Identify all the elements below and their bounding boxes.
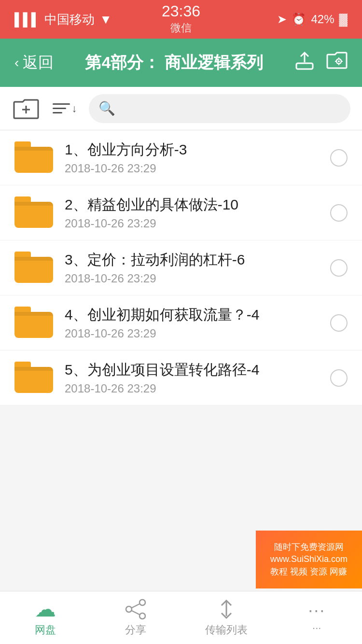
back-chevron-icon: ‹ bbox=[14, 55, 19, 70]
cloud-icon: ☁ bbox=[35, 599, 56, 620]
tab-transfer-label: 传输列表 bbox=[205, 623, 248, 637]
tab-more[interactable]: ··· ··· bbox=[272, 591, 362, 644]
battery-label: 42% bbox=[311, 13, 334, 26]
more-icon: ··· bbox=[308, 602, 325, 619]
folder-icon bbox=[14, 141, 53, 174]
sort-arrow-icon: ↓ bbox=[72, 102, 77, 115]
folder-icon bbox=[14, 196, 53, 229]
transfer-icon bbox=[216, 599, 237, 620]
file-date: 2018-10-26 23:29 bbox=[65, 327, 322, 340]
nav-bar: ‹ 返回 第4部分： 商业逻辑系列 bbox=[0, 39, 362, 87]
svg-point-10 bbox=[139, 600, 145, 605]
folder-settings-icon bbox=[326, 51, 348, 71]
file-info: 4、创业初期如何获取流量？-4 2018-10-26 23:29 bbox=[65, 305, 322, 340]
upload-button[interactable] bbox=[294, 51, 315, 75]
file-info: 3、定价：拉动利润的杠杆-6 2018-10-26 23:29 bbox=[65, 250, 322, 285]
file-select-circle[interactable] bbox=[330, 259, 348, 277]
file-name: 5、为创业项目设置转化路径-4 bbox=[65, 360, 322, 379]
file-item-2[interactable]: 2、精益创业的具体做法-10 2018-10-26 23:29 bbox=[0, 185, 362, 240]
status-bar: ▌▌▌ 中国移动 ▼ 23:36 微信 ➤ ⏰ 42% ▓ bbox=[0, 0, 362, 39]
file-name: 3、定价：拉动利润的杠杆-6 bbox=[65, 250, 322, 269]
content-area: 1、创业方向分析-3 2018-10-26 23:29 2、精益创业的具体做法-… bbox=[0, 130, 362, 463]
search-icon: 🔍 bbox=[98, 100, 115, 116]
sort-button[interactable]: ↓ bbox=[50, 94, 79, 123]
file-select-circle[interactable] bbox=[330, 369, 348, 387]
status-right: ➤ ⏰ 42% ▓ bbox=[277, 13, 348, 26]
svg-point-3 bbox=[338, 60, 340, 62]
upload-icon bbox=[294, 51, 315, 71]
watermark-line2: www.SuiShiXia.com bbox=[270, 553, 348, 565]
sort-lines-icon bbox=[53, 103, 70, 113]
watermark-text: 随时下免费资源网 www.SuiShiXia.com 教程 视频 资源 网赚 bbox=[270, 541, 348, 578]
battery-icon: ▓ bbox=[339, 13, 348, 26]
watermark-line1: 随时下免费资源网 bbox=[270, 541, 348, 553]
tab-transfer[interactable]: 传输列表 bbox=[181, 591, 272, 644]
folder-icon bbox=[14, 307, 53, 339]
nav-actions bbox=[294, 51, 348, 75]
svg-line-14 bbox=[132, 611, 139, 615]
file-date: 2018-10-26 23:29 bbox=[65, 217, 322, 230]
status-left: ▌▌▌ 中国移动 ▼ bbox=[14, 11, 112, 28]
bottom-tabs: ☁ 网盘 分享 传输列表 ··· ··· bbox=[0, 591, 362, 644]
carrier-label: 中国移动 bbox=[44, 11, 95, 28]
file-item-1[interactable]: 1、创业方向分析-3 2018-10-26 23:29 bbox=[0, 130, 362, 185]
new-folder-icon bbox=[13, 97, 39, 120]
tab-netdisk[interactable]: ☁ 网盘 bbox=[0, 591, 91, 644]
file-name: 4、创业初期如何获取流量？-4 bbox=[65, 305, 322, 324]
svg-point-11 bbox=[126, 606, 132, 612]
file-select-circle[interactable] bbox=[330, 149, 348, 167]
file-date: 2018-10-26 23:29 bbox=[65, 272, 322, 285]
file-info: 2、精益创业的具体做法-10 2018-10-26 23:29 bbox=[65, 195, 322, 230]
svg-line-13 bbox=[132, 604, 139, 608]
folder-icon bbox=[14, 252, 53, 284]
file-list: 1、创业方向分析-3 2018-10-26 23:29 2、精益创业的具体做法-… bbox=[0, 130, 362, 406]
folder-action-button[interactable] bbox=[326, 51, 348, 75]
back-button[interactable]: ‹ 返回 bbox=[14, 52, 54, 73]
wifi-icon: ▼ bbox=[99, 12, 112, 27]
location-icon: ➤ bbox=[277, 13, 287, 26]
file-date: 2018-10-26 23:29 bbox=[65, 162, 322, 175]
search-bar[interactable]: 🔍 bbox=[89, 94, 350, 123]
file-item-3[interactable]: 3、定价：拉动利润的杠杆-6 2018-10-26 23:29 bbox=[0, 240, 362, 295]
file-name: 1、创业方向分析-3 bbox=[65, 140, 322, 159]
page-title: 第4部分： 商业逻辑系列 bbox=[63, 52, 285, 74]
signal-icon: ▌▌▌ bbox=[14, 12, 40, 27]
share-icon bbox=[125, 599, 146, 620]
file-info: 1、创业方向分析-3 2018-10-26 23:29 bbox=[65, 140, 322, 175]
tab-share-label: 分享 bbox=[125, 623, 146, 637]
tab-share[interactable]: 分享 bbox=[91, 591, 181, 644]
search-input[interactable] bbox=[120, 101, 341, 116]
back-label: 返回 bbox=[23, 52, 54, 73]
file-item-4[interactable]: 4、创业初期如何获取流量？-4 2018-10-26 23:29 bbox=[0, 295, 362, 350]
svg-point-12 bbox=[139, 613, 145, 619]
toolbar: ↓ 🔍 bbox=[0, 87, 362, 130]
status-time: 23:36 bbox=[162, 3, 200, 19]
folder-icon bbox=[14, 362, 53, 394]
tab-more-label: ··· bbox=[312, 622, 321, 634]
file-select-circle[interactable] bbox=[330, 204, 348, 222]
file-info: 5、为创业项目设置转化路径-4 2018-10-26 23:29 bbox=[65, 360, 322, 395]
file-name: 2、精益创业的具体做法-10 bbox=[65, 195, 322, 214]
alarm-icon: ⏰ bbox=[292, 13, 306, 26]
new-folder-button[interactable] bbox=[12, 94, 41, 123]
file-item-5[interactable]: 5、为创业项目设置转化路径-4 2018-10-26 23:29 bbox=[0, 350, 362, 406]
file-select-circle[interactable] bbox=[330, 314, 348, 332]
status-center: 23:36 微信 bbox=[133, 0, 229, 39]
watermark-line3: 教程 视频 资源 网赚 bbox=[270, 566, 348, 578]
app-name-label: 微信 bbox=[170, 21, 192, 35]
file-date: 2018-10-26 23:29 bbox=[65, 382, 322, 395]
watermark: 随时下免费资源网 www.SuiShiXia.com 教程 视频 资源 网赚 bbox=[256, 531, 362, 588]
tab-netdisk-label: 网盘 bbox=[35, 623, 56, 637]
svg-rect-0 bbox=[296, 63, 313, 69]
